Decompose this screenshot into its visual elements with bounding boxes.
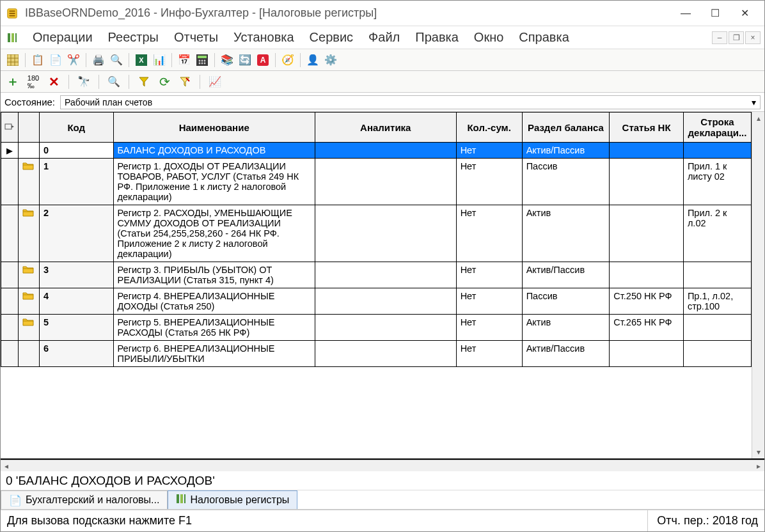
table-row[interactable]: 1Регистр 1. ДОХОДЫ ОТ РЕАЛИЗАЦИИ ТОВАРОВ… bbox=[1, 159, 752, 205]
cell-code: 3 bbox=[39, 262, 113, 288]
menu-operations[interactable]: Операции bbox=[25, 27, 100, 47]
cell-name: Регистр 2. РАСХОДЫ, УМЕНЬШАЮЩИЕ СУММУ ДО… bbox=[113, 205, 315, 262]
table-row[interactable]: 6Регистр 6. ВНЕРЕАЛИЗАЦИОННЫЕ ПРИБЫЛИ/УБ… bbox=[1, 341, 752, 367]
row-marker bbox=[1, 315, 19, 341]
excel-icon[interactable]: X bbox=[133, 52, 150, 68]
mdi-minimize-button[interactable]: – bbox=[712, 31, 727, 44]
col-analytic-header[interactable]: Аналитика bbox=[315, 113, 456, 143]
chart-icon[interactable]: 📈 bbox=[207, 74, 223, 90]
horizontal-scrollbar[interactable]: ◂ ▸ bbox=[1, 460, 764, 471]
cell-stat bbox=[610, 143, 684, 159]
compass-icon[interactable]: 🧭 bbox=[280, 52, 296, 68]
mdi-close-button[interactable]: × bbox=[745, 31, 761, 44]
cell-analytic bbox=[315, 315, 456, 341]
col-kolsum-header[interactable]: Кол.-сум. bbox=[456, 113, 522, 143]
report-icon[interactable]: 📊 bbox=[151, 52, 168, 68]
search-icon[interactable]: 🔍 bbox=[106, 74, 122, 90]
cell-analytic bbox=[315, 205, 456, 262]
table-row[interactable]: ▶0БАЛАНС ДОХОДОВ И РАСХОДОВНетАктив/Пасс… bbox=[1, 143, 752, 159]
table-row[interactable]: 4Регистр 4. ВНЕРЕАЛИЗАЦИОННЫЕ ДОХОДЫ (Ст… bbox=[1, 288, 752, 315]
menu-window[interactable]: Окно bbox=[466, 27, 511, 47]
grid-icon[interactable] bbox=[4, 52, 21, 68]
col-marker[interactable] bbox=[1, 113, 19, 143]
print-icon[interactable]: 🖨️ bbox=[90, 52, 107, 68]
hint-text: Для вызова подсказки нажмите F1 bbox=[7, 514, 192, 528]
scroll-right-icon[interactable]: ▸ bbox=[757, 462, 761, 471]
document-tabs: 📄 Бухгалтерский и налоговы... Налоговые … bbox=[1, 490, 764, 510]
paste-icon[interactable]: 📄 bbox=[47, 52, 64, 68]
cell-code: 1 bbox=[39, 159, 113, 205]
delete-icon[interactable]: ✕ bbox=[45, 74, 62, 90]
cell-razdel: Актив/Пассив bbox=[522, 262, 610, 288]
preview-icon[interactable]: 🔍 bbox=[108, 52, 125, 68]
mdi-restore-button[interactable]: ❐ bbox=[729, 31, 744, 44]
person-icon[interactable]: 👤 bbox=[304, 52, 321, 68]
table-row[interactable]: 2Регистр 2. РАСХОДЫ, УМЕНЬШАЮЩИЕ СУММУ Д… bbox=[1, 205, 752, 262]
copy-icon[interactable]: 📋 bbox=[29, 52, 46, 68]
accounts-grid[interactable]: Код Наименование Аналитика Кол.-сум. Раз… bbox=[1, 112, 752, 367]
vertical-scrollbar[interactable]: ▴ ▾ bbox=[752, 112, 764, 458]
menu-setup[interactable]: Установка bbox=[226, 27, 302, 47]
titlebar: IBBaseORNDemo_2016 - Инфо-Бухгалтер - [Н… bbox=[1, 1, 764, 26]
add-icon[interactable]: ＋ bbox=[4, 74, 21, 90]
folder-icon bbox=[19, 288, 40, 315]
col-name-header[interactable]: Наименование bbox=[113, 113, 315, 143]
scroll-down-icon[interactable]: ▾ bbox=[752, 446, 764, 458]
close-button[interactable]: ✕ bbox=[730, 1, 759, 26]
minimize-button[interactable]: — bbox=[671, 1, 700, 26]
svg-rect-1 bbox=[10, 10, 15, 12]
state-label: Состояние: bbox=[4, 97, 55, 107]
maximize-button[interactable]: ☐ bbox=[700, 1, 730, 26]
svg-rect-25 bbox=[5, 124, 12, 129]
col-razdel-header[interactable]: Раздел баланса bbox=[522, 113, 610, 143]
svg-point-20 bbox=[201, 62, 203, 64]
table-row[interactable]: 3Регистр 3. ПРИБЫЛЬ (УБЫТОК) ОТ РЕАЛИЗАЦ… bbox=[1, 262, 752, 288]
cut-icon[interactable]: ✂️ bbox=[65, 52, 82, 68]
cell-kolsum: Нет bbox=[456, 159, 522, 205]
period-text: Отч. пер.: 2018 год bbox=[647, 510, 758, 531]
tab-accounting[interactable]: 📄 Бухгалтерский и налоговы... bbox=[1, 490, 168, 509]
svg-rect-2 bbox=[10, 13, 15, 14]
scroll-left-icon[interactable]: ◂ bbox=[4, 462, 8, 471]
secondary-toolbar: ＋ 180‰ ✕ 🔭 🔍 ⟳ 📈 bbox=[1, 71, 764, 93]
tab-tax-registers[interactable]: Налоговые регистры bbox=[168, 490, 297, 509]
row-marker: ▶ bbox=[1, 143, 19, 159]
svg-text:X: X bbox=[139, 56, 144, 64]
cell-razdel: Актив/Пассив bbox=[522, 143, 610, 159]
svg-text:A: A bbox=[260, 56, 266, 65]
menu-edit[interactable]: Правка bbox=[407, 27, 466, 47]
number-icon[interactable]: 180‰ bbox=[25, 74, 42, 90]
menu-service[interactable]: Сервис bbox=[302, 27, 361, 47]
book-icon[interactable]: 📚 bbox=[219, 52, 235, 68]
menu-help[interactable]: Справка bbox=[511, 27, 576, 47]
settings-icon[interactable]: ⚙️ bbox=[322, 52, 339, 68]
refresh-icon[interactable]: ⟳ bbox=[156, 74, 173, 90]
col-code-header[interactable]: Код bbox=[39, 113, 113, 143]
cell-analytic bbox=[315, 143, 456, 159]
sync-icon[interactable]: 🔄 bbox=[237, 52, 253, 68]
menu-reports[interactable]: Отчеты bbox=[166, 27, 226, 47]
table-row[interactable]: 5Регистр 5. ВНЕРЕАЛИЗАЦИОННЫЕ РАСХОДЫ (С… bbox=[1, 315, 752, 341]
col-stroka-header[interactable]: Строка деклараци... bbox=[683, 113, 751, 143]
menu-file[interactable]: Файл bbox=[361, 27, 407, 47]
menu-registers[interactable]: Реестры bbox=[100, 27, 166, 47]
cell-code: 4 bbox=[39, 288, 113, 315]
calendar-icon[interactable]: 📅 bbox=[176, 52, 193, 68]
col-stat-header[interactable]: Статья НК bbox=[610, 113, 684, 143]
filter-clear-icon[interactable] bbox=[177, 74, 193, 90]
calculator-icon[interactable] bbox=[194, 52, 210, 68]
state-dropdown[interactable]: Рабочий план счетов ▾ bbox=[60, 95, 761, 109]
cell-code: 6 bbox=[39, 341, 113, 367]
cell-name: Регистр 5. ВНЕРЕАЛИЗАЦИОННЫЕ РАСХОДЫ (Ст… bbox=[113, 315, 315, 341]
filter-icon[interactable] bbox=[136, 74, 152, 90]
grid-area: Код Наименование Аналитика Кол.-сум. Раз… bbox=[1, 112, 764, 471]
binoculars-icon[interactable]: 🔭 bbox=[75, 74, 92, 90]
cell-kolsum: Нет bbox=[456, 262, 522, 288]
cell-analytic bbox=[315, 288, 456, 315]
main-toolbar: 📋 📄 ✂️ 🖨️ 🔍 X 📊 📅 📚 🔄 A 🧭 👤 ⚙️ bbox=[1, 49, 764, 71]
scroll-up-icon[interactable]: ▴ bbox=[752, 112, 764, 125]
svg-rect-15 bbox=[198, 56, 207, 58]
tree-icon bbox=[176, 494, 186, 506]
col-folder[interactable] bbox=[19, 113, 40, 143]
letter-a-icon[interactable]: A bbox=[255, 52, 271, 68]
